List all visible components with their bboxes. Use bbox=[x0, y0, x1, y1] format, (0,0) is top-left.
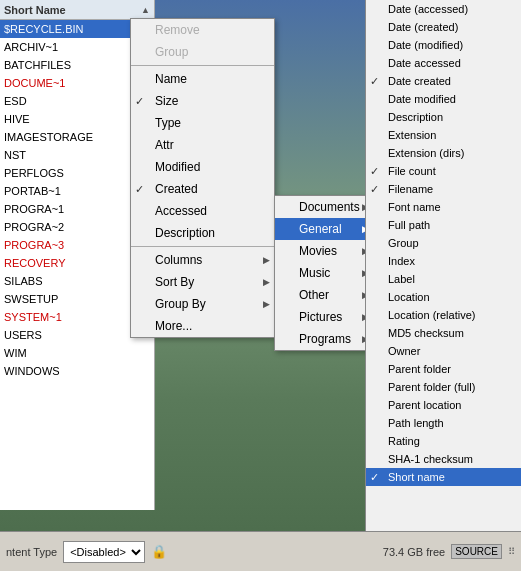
column-item-parent-folder-full[interactable]: Parent folder (full) bbox=[366, 378, 521, 396]
content-type-select[interactable]: <Disabled> bbox=[63, 541, 145, 563]
column-item-date-accessed[interactable]: Date accessed bbox=[366, 54, 521, 72]
menu-item-group-by[interactable]: Group By bbox=[131, 293, 274, 315]
menu-item-name[interactable]: Name bbox=[131, 68, 274, 90]
columns-submenu-item-movies[interactable]: Movies bbox=[275, 240, 373, 262]
file-list-scroll-indicator: ▲ bbox=[141, 5, 150, 15]
column-item-label: Date (accessed) bbox=[388, 3, 468, 15]
menu-item-more...[interactable]: More... bbox=[131, 315, 274, 337]
column-item-date-created[interactable]: Date (created) bbox=[366, 18, 521, 36]
submenu-item-label: Other bbox=[299, 288, 329, 302]
column-item-full-path[interactable]: Full path bbox=[366, 216, 521, 234]
menu-item-label: More... bbox=[155, 319, 192, 333]
menu-item-description[interactable]: Description bbox=[131, 222, 274, 244]
menu-item-label: Group bbox=[155, 45, 188, 59]
column-item-label: Full path bbox=[388, 219, 430, 231]
column-item-rating[interactable]: Rating bbox=[366, 432, 521, 450]
bottom-bar: ntent Type <Disabled> 🔒 73.4 GB free SOU… bbox=[0, 531, 521, 571]
column-item-label: Label bbox=[388, 273, 415, 285]
file-item[interactable]: WIM bbox=[0, 344, 154, 362]
column-item-label: Path length bbox=[388, 417, 444, 429]
column-panel[interactable]: Date (accessed)Date (created)Date (modif… bbox=[365, 0, 521, 571]
menu-item-size[interactable]: ✓Size bbox=[131, 90, 274, 112]
menu-item-group: Group bbox=[131, 41, 274, 63]
menu-item-created[interactable]: ✓Created bbox=[131, 178, 274, 200]
column-item-label: SHA-1 checksum bbox=[388, 453, 473, 465]
menu-item-type[interactable]: Type bbox=[131, 112, 274, 134]
column-item-label: Date (created) bbox=[388, 21, 458, 33]
column-item-label: Owner bbox=[388, 345, 420, 357]
column-item-location-relative[interactable]: Location (relative) bbox=[366, 306, 521, 324]
submenu-item-label: General bbox=[299, 222, 342, 236]
column-item-location[interactable]: Location bbox=[366, 288, 521, 306]
column-item-label: Parent folder bbox=[388, 363, 451, 375]
column-item-label: Date (modified) bbox=[388, 39, 463, 51]
columns-submenu-item-programs[interactable]: Programs bbox=[275, 328, 373, 350]
column-item-label: Index bbox=[388, 255, 415, 267]
column-item-label: Description bbox=[388, 111, 443, 123]
column-item-label: Parent location bbox=[388, 399, 461, 411]
column-item-filename[interactable]: ✓Filename bbox=[366, 180, 521, 198]
column-item-label: Location bbox=[388, 291, 430, 303]
submenu-item-label: Music bbox=[299, 266, 330, 280]
columns-submenu-item-pictures[interactable]: Pictures bbox=[275, 306, 373, 328]
column-item-label: Date modified bbox=[388, 93, 456, 105]
column-item-label[interactable]: Label bbox=[366, 270, 521, 288]
columns-submenu-item-documents[interactable]: Documents bbox=[275, 196, 373, 218]
columns-submenu-item-general[interactable]: General bbox=[275, 218, 373, 240]
column-item-label: File count bbox=[388, 165, 436, 177]
column-item-parent-folder[interactable]: Parent folder bbox=[366, 360, 521, 378]
menu-separator bbox=[131, 246, 274, 247]
column-item-date-modified[interactable]: Date modified bbox=[366, 90, 521, 108]
column-item-description[interactable]: Description bbox=[366, 108, 521, 126]
column-item-parent-location[interactable]: Parent location bbox=[366, 396, 521, 414]
menu-separator bbox=[131, 65, 274, 66]
columns-submenu-item-music[interactable]: Music bbox=[275, 262, 373, 284]
column-item-extension[interactable]: Extension bbox=[366, 126, 521, 144]
column-item-extension-dirs[interactable]: Extension (dirs) bbox=[366, 144, 521, 162]
column-item-md5-checksum[interactable]: MD5 checksum bbox=[366, 324, 521, 342]
submenu-item-label: Programs bbox=[299, 332, 351, 346]
menu-item-label: Remove bbox=[155, 23, 200, 37]
column-item-index[interactable]: Index bbox=[366, 252, 521, 270]
column-item-owner[interactable]: Owner bbox=[366, 342, 521, 360]
column-item-path-length[interactable]: Path length bbox=[366, 414, 521, 432]
menu-item-label: Description bbox=[155, 226, 215, 240]
column-item-date-created[interactable]: ✓Date created bbox=[366, 72, 521, 90]
columns-submenu: DocumentsGeneralMoviesMusicOtherPictures… bbox=[274, 195, 374, 351]
submenu-item-label: Movies bbox=[299, 244, 337, 258]
column-item-sha-1-checksum[interactable]: SHA-1 checksum bbox=[366, 450, 521, 468]
column-item-label: Date accessed bbox=[388, 57, 461, 69]
menu-item-label: Sort By bbox=[155, 275, 194, 289]
column-item-short-name[interactable]: ✓Short name bbox=[366, 468, 521, 486]
menu-item-label: Attr bbox=[155, 138, 174, 152]
column-item-label: Location (relative) bbox=[388, 309, 475, 321]
submenu-item-label: Documents bbox=[299, 200, 360, 214]
submenu-item-label: Pictures bbox=[299, 310, 342, 324]
file-list-header-title: Short Name bbox=[4, 4, 66, 16]
menu-item-modified[interactable]: Modified bbox=[131, 156, 274, 178]
menu-item-attr[interactable]: Attr bbox=[131, 134, 274, 156]
menu-item-sort-by[interactable]: Sort By bbox=[131, 271, 274, 293]
columns-submenu-item-other[interactable]: Other bbox=[275, 284, 373, 306]
column-item-label: MD5 checksum bbox=[388, 327, 464, 339]
column-item-label: Font name bbox=[388, 201, 441, 213]
column-item-file-count[interactable]: ✓File count bbox=[366, 162, 521, 180]
column-item-label: Short name bbox=[388, 471, 445, 483]
source-tag: SOURCE bbox=[451, 544, 502, 559]
file-item[interactable]: WINDOWS bbox=[0, 362, 154, 380]
column-item-group[interactable]: Group bbox=[366, 234, 521, 252]
menu-item-label: Group By bbox=[155, 297, 206, 311]
column-item-label: Filename bbox=[388, 183, 433, 195]
menu-item-label: Size bbox=[155, 94, 178, 108]
column-item-label: Extension bbox=[388, 129, 436, 141]
column-item-font-name[interactable]: Font name bbox=[366, 198, 521, 216]
column-item-label: Group bbox=[388, 237, 419, 249]
menu-item-accessed[interactable]: Accessed bbox=[131, 200, 274, 222]
column-item-date-modified[interactable]: Date (modified) bbox=[366, 36, 521, 54]
menu-item-label: Columns bbox=[155, 253, 202, 267]
menu-item-remove: Remove bbox=[131, 19, 274, 41]
column-item-date-accessed[interactable]: Date (accessed) bbox=[366, 0, 521, 18]
content-type-label: ntent Type bbox=[6, 546, 57, 558]
menu-item-columns[interactable]: Columns bbox=[131, 249, 274, 271]
menu-item-label: Accessed bbox=[155, 204, 207, 218]
